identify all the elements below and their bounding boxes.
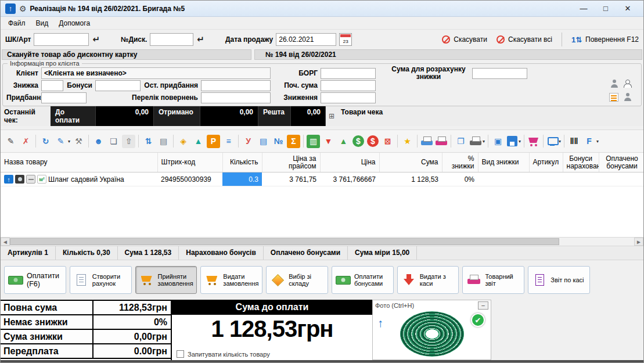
edit-note-icon[interactable]: ✎	[54, 135, 67, 148]
cell-paid_bonus[interactable]	[599, 172, 643, 186]
cell-bonus[interactable]	[563, 172, 599, 186]
row-move-icon[interactable]: ↑	[4, 175, 13, 184]
row-unit-icon[interactable]: м²	[37, 175, 46, 184]
column-header[interactable]: Артикул	[529, 153, 563, 172]
tools-icon[interactable]: ⚒	[72, 135, 85, 148]
f-menu-icon[interactable]: F	[582, 135, 596, 148]
goods-report-button[interactable]: Товарний звіт	[462, 266, 524, 294]
save-menu-icon[interactable]	[506, 135, 518, 147]
cell-barcode[interactable]: 2949550030939	[157, 172, 222, 186]
menu-item[interactable]: Вид	[31, 18, 54, 28]
column-header[interactable]: Сума	[379, 153, 442, 172]
report-doc-icon[interactable]: ❐	[454, 135, 467, 148]
layers-icon[interactable]: ◈	[177, 135, 190, 148]
bonus-input[interactable]	[95, 80, 141, 91]
client-value[interactable]: <Клієнта не визначено>	[41, 67, 271, 79]
sale-date-input[interactable]	[276, 33, 336, 46]
badge-icon[interactable]: ▣	[491, 135, 505, 148]
cash-in-icon[interactable]: ▲	[337, 135, 350, 148]
purchases-input[interactable]	[41, 92, 87, 103]
column-header[interactable]: Бонуси нараховані	[563, 153, 599, 172]
product-photo-hose[interactable]	[400, 311, 464, 357]
cell-article[interactable]	[529, 172, 563, 186]
initial-sum-input[interactable]	[321, 80, 376, 91]
scroll-left-icon[interactable]: ◄	[1, 238, 10, 246]
list-icon[interactable]: ▤	[257, 135, 270, 148]
print-icon[interactable]	[420, 135, 433, 147]
check-goods-label[interactable]: Товари чека	[337, 106, 386, 126]
photo-upload-icon[interactable]: ↑	[377, 317, 383, 330]
settings-gear-icon[interactable]: ⚙	[19, 4, 27, 13]
discount-input[interactable]	[41, 80, 63, 91]
column-header[interactable]: Кількість	[222, 153, 262, 172]
column-header[interactable]: Ціна	[320, 153, 379, 172]
client-icon[interactable]: ☻	[92, 135, 105, 148]
rows-icon[interactable]: ≡	[222, 135, 235, 148]
price-tag-icon[interactable]: P	[207, 135, 220, 148]
table-row[interactable]: ↑м²Шланг садовий Україна29495500309390.3…	[1, 172, 643, 186]
cash-out-button[interactable]: Видати з каси	[397, 266, 459, 294]
cash-report-button[interactable]: Звіт по касі	[528, 266, 590, 294]
issue-order-button[interactable]: Видати замовлення	[200, 266, 262, 294]
delete-icon[interactable]: ✗	[19, 135, 33, 148]
edit-icon[interactable]: ✎	[4, 135, 17, 148]
cash-icon[interactable]: ▥	[307, 135, 320, 148]
discount-card-input[interactable]	[150, 33, 193, 46]
print-pink-icon[interactable]	[435, 135, 448, 147]
column-header[interactable]: Штрих-код	[157, 153, 222, 172]
returns-input[interactable]	[201, 92, 271, 103]
u-letter-icon[interactable]: У	[242, 135, 255, 148]
menu-item[interactable]: Файл	[3, 18, 31, 28]
dollar-red-icon[interactable]: $	[367, 135, 379, 147]
sku-input[interactable]	[34, 33, 89, 46]
upload-icon[interactable]: ⇧	[122, 135, 135, 148]
cancel-all-button[interactable]: Скасувати всі	[497, 35, 552, 44]
document-icon[interactable]: ▤	[157, 135, 170, 148]
cell-discount_kind[interactable]	[478, 172, 529, 186]
client-info-icon[interactable]	[623, 93, 632, 102]
column-header[interactable]: Назва товару	[1, 153, 157, 172]
clients-icon[interactable]	[610, 80, 618, 88]
display-menu-icon[interactable]	[546, 135, 558, 147]
discount-sum-input[interactable]	[472, 68, 527, 79]
client-card-icon[interactable]	[623, 80, 632, 88]
minimize-button[interactable]: —	[573, 4, 595, 13]
sum-icon[interactable]: Σ	[287, 135, 300, 148]
f-menu-icon-caret[interactable]: ▾	[596, 139, 599, 144]
print-menu-icon[interactable]	[469, 135, 482, 147]
print-menu-icon-caret[interactable]: ▾	[483, 139, 485, 144]
scroll-right-icon[interactable]: ►	[634, 238, 643, 246]
return-button[interactable]: 1⇅ Повернення F12	[571, 35, 639, 44]
cell-price[interactable]: 3 761,766667	[320, 172, 379, 186]
reduction-input[interactable]	[321, 92, 376, 103]
cancel-x-icon[interactable]: ⊠	[381, 135, 394, 148]
tree-icon[interactable]: ▲	[192, 135, 205, 148]
cell-sum[interactable]: 1 128,53	[379, 172, 442, 186]
cell-discount_pct[interactable]: 0%	[442, 172, 478, 186]
sort-icon[interactable]: ⇅	[142, 135, 155, 148]
cart-icon[interactable]	[527, 135, 540, 147]
number-icon[interactable]: №	[272, 135, 285, 148]
cell-qty[interactable]: 0.3	[222, 172, 262, 186]
pay-button[interactable]: Оплатити (F6)	[4, 266, 66, 294]
row-photo-icon[interactable]	[15, 175, 24, 184]
warehouse-select-button[interactable]: Вибір зі складу	[266, 266, 328, 294]
menu-item[interactable]: Допомога	[53, 18, 95, 28]
column-header[interactable]: Ціна за прайсом	[262, 153, 320, 172]
display-menu-icon-caret[interactable]: ▾	[559, 139, 561, 144]
calendar-button[interactable]: 23	[339, 33, 352, 46]
pay-bonus-button[interactable]: Оплатити бонусами	[332, 266, 394, 294]
favorites-list-icon[interactable]: ★	[401, 135, 414, 148]
cancel-button[interactable]: Скасувати	[442, 35, 487, 44]
scrollbar-thumb[interactable]	[10, 238, 559, 245]
accept-order-button[interactable]: Прийняти замовлення	[135, 266, 197, 294]
dollar-green-icon[interactable]: $	[352, 135, 364, 147]
create-invoice-button[interactable]: Створити рахунок	[70, 266, 132, 294]
edit-note-icon-caret[interactable]: ▾	[68, 139, 70, 144]
cash-drawer-icon[interactable]	[609, 93, 618, 102]
save-menu-icon-caret[interactable]: ▾	[519, 139, 521, 144]
column-header[interactable]: Вид знижки	[478, 153, 529, 172]
ask-quantity-checkbox[interactable]	[177, 350, 184, 358]
column-header[interactable]: % знижки	[442, 153, 478, 172]
cash-out-icon[interactable]: ▼	[322, 135, 335, 148]
